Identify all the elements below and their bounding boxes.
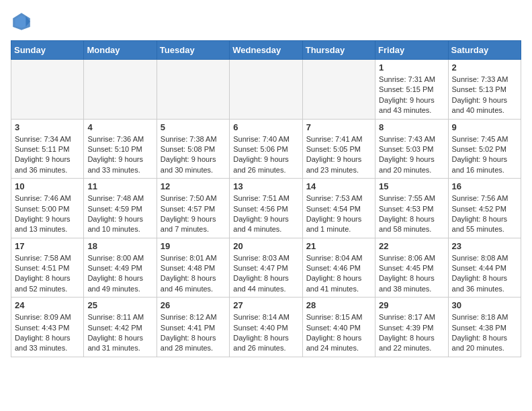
calendar-cell bbox=[230, 60, 302, 120]
day-number: 14 bbox=[306, 181, 371, 191]
day-number: 3 bbox=[15, 122, 80, 132]
calendar-week-5: 24Sunrise: 8:09 AMSunset: 4:43 PMDayligh… bbox=[11, 298, 521, 357]
day-info: Sunrise: 7:34 AMSunset: 5:11 PMDaylight:… bbox=[15, 134, 80, 176]
day-number: 10 bbox=[15, 181, 80, 191]
calendar-cell bbox=[84, 60, 157, 120]
calendar-cell bbox=[302, 60, 375, 120]
calendar-cell: 5Sunrise: 7:38 AMSunset: 5:08 PMDaylight… bbox=[157, 119, 229, 179]
day-info: Sunrise: 7:46 AMSunset: 5:00 PMDaylight:… bbox=[15, 193, 80, 235]
calendar-cell: 29Sunrise: 8:17 AMSunset: 4:39 PMDayligh… bbox=[375, 298, 448, 357]
day-number: 24 bbox=[15, 300, 80, 310]
day-info: Sunrise: 7:51 AMSunset: 4:56 PMDaylight:… bbox=[233, 193, 298, 235]
day-number: 27 bbox=[233, 300, 298, 310]
day-info: Sunrise: 7:45 AMSunset: 5:02 PMDaylight:… bbox=[452, 134, 517, 176]
day-info: Sunrise: 8:11 AMSunset: 4:42 PMDaylight:… bbox=[87, 312, 152, 354]
calendar-table: SundayMondayTuesdayWednesdayThursdayFrid… bbox=[11, 40, 521, 357]
calendar-week-4: 17Sunrise: 7:58 AMSunset: 4:51 PMDayligh… bbox=[11, 238, 521, 298]
day-info: Sunrise: 8:17 AMSunset: 4:39 PMDaylight:… bbox=[379, 312, 444, 354]
calendar-cell bbox=[157, 60, 229, 120]
calendar-cell: 23Sunrise: 8:08 AMSunset: 4:44 PMDayligh… bbox=[448, 238, 521, 298]
day-info: Sunrise: 7:55 AMSunset: 4:53 PMDaylight:… bbox=[379, 193, 444, 235]
day-number: 16 bbox=[452, 181, 517, 191]
day-number: 2 bbox=[452, 62, 517, 73]
calendar-cell: 26Sunrise: 8:12 AMSunset: 4:41 PMDayligh… bbox=[157, 298, 229, 357]
day-number: 20 bbox=[233, 241, 298, 251]
weekday-header-monday: Monday bbox=[84, 41, 157, 60]
day-number: 28 bbox=[306, 300, 371, 310]
page-header bbox=[11, 11, 521, 32]
day-info: Sunrise: 7:48 AMSunset: 4:59 PMDaylight:… bbox=[87, 193, 152, 235]
day-info: Sunrise: 7:38 AMSunset: 5:08 PMDaylight:… bbox=[161, 134, 226, 176]
day-info: Sunrise: 8:09 AMSunset: 4:43 PMDaylight:… bbox=[15, 312, 80, 354]
calendar-cell: 25Sunrise: 8:11 AMSunset: 4:42 PMDayligh… bbox=[84, 298, 157, 357]
day-number: 11 bbox=[87, 181, 152, 191]
calendar-cell bbox=[11, 60, 84, 120]
day-info: Sunrise: 7:56 AMSunset: 4:52 PMDaylight:… bbox=[452, 193, 517, 235]
day-number: 19 bbox=[161, 241, 226, 251]
calendar-cell: 14Sunrise: 7:53 AMSunset: 4:54 PMDayligh… bbox=[302, 179, 375, 238]
day-info: Sunrise: 7:53 AMSunset: 4:54 PMDaylight:… bbox=[306, 193, 371, 235]
calendar-cell: 20Sunrise: 8:03 AMSunset: 4:47 PMDayligh… bbox=[230, 238, 302, 298]
day-info: Sunrise: 7:31 AMSunset: 5:15 PMDaylight:… bbox=[379, 75, 444, 116]
calendar-cell: 13Sunrise: 7:51 AMSunset: 4:56 PMDayligh… bbox=[230, 179, 302, 238]
calendar-cell: 24Sunrise: 8:09 AMSunset: 4:43 PMDayligh… bbox=[11, 298, 84, 357]
day-info: Sunrise: 7:41 AMSunset: 5:05 PMDaylight:… bbox=[306, 134, 371, 176]
day-number: 8 bbox=[379, 122, 444, 132]
day-number: 18 bbox=[87, 241, 152, 251]
day-info: Sunrise: 8:18 AMSunset: 4:38 PMDaylight:… bbox=[452, 312, 517, 354]
day-number: 4 bbox=[87, 122, 152, 132]
day-info: Sunrise: 7:43 AMSunset: 5:03 PMDaylight:… bbox=[379, 134, 444, 176]
calendar-cell: 7Sunrise: 7:41 AMSunset: 5:05 PMDaylight… bbox=[302, 119, 375, 179]
day-number: 5 bbox=[161, 122, 226, 132]
day-number: 26 bbox=[161, 300, 226, 310]
day-number: 6 bbox=[233, 122, 298, 132]
calendar-cell: 3Sunrise: 7:34 AMSunset: 5:11 PMDaylight… bbox=[11, 119, 84, 179]
day-info: Sunrise: 8:04 AMSunset: 4:46 PMDaylight:… bbox=[306, 253, 371, 295]
calendar-cell: 27Sunrise: 8:14 AMSunset: 4:40 PMDayligh… bbox=[230, 298, 302, 357]
weekday-header-saturday: Saturday bbox=[448, 41, 521, 60]
day-number: 22 bbox=[379, 241, 444, 251]
calendar-cell: 17Sunrise: 7:58 AMSunset: 4:51 PMDayligh… bbox=[11, 238, 84, 298]
day-number: 23 bbox=[452, 241, 517, 251]
day-number: 29 bbox=[379, 300, 444, 310]
calendar-cell: 19Sunrise: 8:01 AMSunset: 4:48 PMDayligh… bbox=[157, 238, 229, 298]
day-number: 15 bbox=[379, 181, 444, 191]
day-info: Sunrise: 8:03 AMSunset: 4:47 PMDaylight:… bbox=[233, 253, 298, 295]
calendar-cell: 6Sunrise: 7:40 AMSunset: 5:06 PMDaylight… bbox=[230, 119, 302, 179]
calendar-cell: 1Sunrise: 7:31 AMSunset: 5:15 PMDaylight… bbox=[375, 60, 448, 120]
logo-icon bbox=[11, 11, 32, 32]
day-number: 9 bbox=[452, 122, 517, 132]
day-info: Sunrise: 7:58 AMSunset: 4:51 PMDaylight:… bbox=[15, 253, 80, 295]
day-number: 12 bbox=[161, 181, 226, 191]
day-number: 7 bbox=[306, 122, 371, 132]
day-number: 25 bbox=[87, 300, 152, 310]
day-info: Sunrise: 7:36 AMSunset: 5:10 PMDaylight:… bbox=[87, 134, 152, 176]
weekday-header-thursday: Thursday bbox=[302, 41, 375, 60]
day-number: 17 bbox=[15, 241, 80, 251]
day-info: Sunrise: 7:50 AMSunset: 4:57 PMDaylight:… bbox=[161, 193, 226, 235]
calendar-week-3: 10Sunrise: 7:46 AMSunset: 5:00 PMDayligh… bbox=[11, 179, 521, 238]
day-info: Sunrise: 8:15 AMSunset: 4:40 PMDaylight:… bbox=[306, 312, 371, 354]
weekday-header-wednesday: Wednesday bbox=[230, 41, 302, 60]
day-info: Sunrise: 8:01 AMSunset: 4:48 PMDaylight:… bbox=[161, 253, 226, 295]
calendar-header-row: SundayMondayTuesdayWednesdayThursdayFrid… bbox=[11, 41, 521, 60]
logo bbox=[11, 11, 35, 32]
calendar-cell: 16Sunrise: 7:56 AMSunset: 4:52 PMDayligh… bbox=[448, 179, 521, 238]
weekday-header-tuesday: Tuesday bbox=[157, 41, 229, 60]
day-info: Sunrise: 8:12 AMSunset: 4:41 PMDaylight:… bbox=[161, 312, 226, 354]
calendar-cell: 22Sunrise: 8:06 AMSunset: 4:45 PMDayligh… bbox=[375, 238, 448, 298]
calendar-cell: 11Sunrise: 7:48 AMSunset: 4:59 PMDayligh… bbox=[84, 179, 157, 238]
day-number: 30 bbox=[452, 300, 517, 310]
weekday-header-sunday: Sunday bbox=[11, 41, 84, 60]
day-info: Sunrise: 8:14 AMSunset: 4:40 PMDaylight:… bbox=[233, 312, 298, 354]
calendar-cell: 21Sunrise: 8:04 AMSunset: 4:46 PMDayligh… bbox=[302, 238, 375, 298]
day-info: Sunrise: 7:33 AMSunset: 5:13 PMDaylight:… bbox=[452, 75, 517, 116]
calendar-cell: 28Sunrise: 8:15 AMSunset: 4:40 PMDayligh… bbox=[302, 298, 375, 357]
day-info: Sunrise: 8:08 AMSunset: 4:44 PMDaylight:… bbox=[452, 253, 517, 295]
day-info: Sunrise: 8:00 AMSunset: 4:49 PMDaylight:… bbox=[87, 253, 152, 295]
calendar-cell: 30Sunrise: 8:18 AMSunset: 4:38 PMDayligh… bbox=[448, 298, 521, 357]
calendar-cell: 18Sunrise: 8:00 AMSunset: 4:49 PMDayligh… bbox=[84, 238, 157, 298]
day-number: 1 bbox=[379, 62, 444, 73]
calendar-cell: 15Sunrise: 7:55 AMSunset: 4:53 PMDayligh… bbox=[375, 179, 448, 238]
calendar-cell: 4Sunrise: 7:36 AMSunset: 5:10 PMDaylight… bbox=[84, 119, 157, 179]
